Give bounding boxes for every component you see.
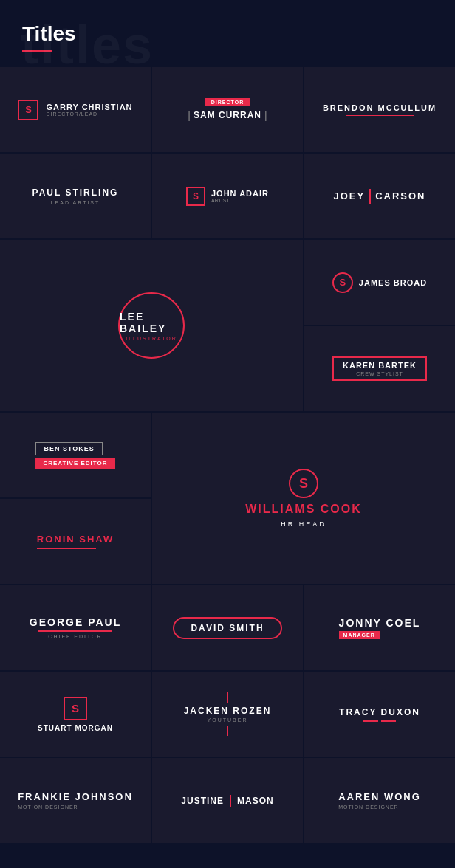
john-sub: ARTIST (211, 198, 269, 203)
card-paul[interactable]: PAUL STIRLING LEAD ARTIST (0, 154, 151, 238)
sam-director-tag: DIRECTOR (205, 98, 250, 106)
james-name: JAMES BROAD (359, 278, 427, 287)
brendon-line (346, 115, 414, 116)
jonny-tag: MANAGER (339, 631, 380, 639)
john-icon: S (186, 187, 205, 206)
aaren-sub: MOTION DESIGNER (338, 805, 399, 810)
card-jacken[interactable]: JACKEN ROZEN YOUTUBER (152, 672, 303, 757)
lee-sub: ILLUSTRATOR (126, 336, 177, 341)
justine-separator (230, 795, 231, 807)
ben-name: BEN STOKES (35, 442, 102, 455)
jacken-sub: YOUTUBER (208, 717, 248, 723)
sam-name: SAM CURRAN (194, 110, 261, 120)
james-icon: S (332, 272, 353, 293)
sam-bracket-left: | (188, 109, 191, 121)
tracy-lines (363, 720, 396, 722)
card-jonny[interactable]: JONNY COEL MANAGER (304, 585, 455, 670)
williams-sub: HR HEAD (281, 520, 326, 528)
garry-sub: DIRECTOR/LEAD (46, 111, 132, 117)
card-sam[interactable]: DIRECTOR | SAM CURRAN | (152, 67, 303, 152)
stuart-name: STUART MORGAN (38, 724, 113, 732)
card-frankie[interactable]: FRANKIE JOHNSON MOTION DESIGNER (0, 758, 151, 843)
card-ben[interactable]: BEN STOKES CREATIVE EDITOR (0, 413, 151, 497)
card-garry[interactable]: S GARRY CHRISTIAN DIRECTOR/LEAD (0, 67, 151, 152)
card-george[interactable]: GEORGE PAUL CHIEF EDITOR (0, 585, 151, 670)
titles-grid: S GARRY CHRISTIAN DIRECTOR/LEAD DIRECTOR… (0, 67, 455, 843)
williams-icon: S (289, 469, 318, 498)
card-joey[interactable]: JOEY CARSON (304, 154, 455, 238)
brendon-name: BRENDON MCCULLUM (323, 103, 437, 112)
page-header: titles Titles (0, 0, 455, 67)
card-karen[interactable]: KAREN BARTEK CREW STYLIST (304, 326, 455, 411)
garry-name: GARRY CHRISTIAN (46, 103, 132, 111)
ronin-line (37, 548, 96, 549)
card-lee[interactable]: LEE BAILEY ILLUSTRATOR (0, 240, 303, 411)
lee-name: LEE BAILEY (120, 311, 183, 334)
frankie-name: FRANKIE JOHNSON (18, 791, 133, 802)
joey-first: JOEY (333, 190, 365, 202)
karen-name: KAREN BARTEK (343, 361, 417, 370)
justine-first: JUSTINE (181, 796, 224, 806)
paul-name: PAUL STIRLING (32, 187, 119, 198)
karen-sub: CREW STYLIST (356, 371, 403, 376)
jacken-name: JACKEN ROZEN (184, 706, 272, 716)
garry-icon: S (18, 100, 38, 120)
card-stuart[interactable]: S STUART MORGAN (0, 672, 151, 757)
tracy-name: TRACY DUXON (339, 707, 420, 717)
page-title: Titles (22, 22, 433, 46)
card-john[interactable]: S JOHN ADAIR ARTIST (152, 154, 303, 238)
ronin-name: RONIN SHAW (37, 534, 114, 545)
joey-separator (369, 189, 371, 204)
jacken-line-bot (227, 726, 228, 736)
card-williams[interactable]: S WILLIAMS COOK HR HEAD (152, 413, 455, 584)
george-line (38, 630, 112, 632)
frankie-sub: MOTION DESIGNER (18, 805, 78, 810)
paul-sub: LEAD ARTIST (51, 200, 100, 205)
card-tracy[interactable]: TRACY DUXON (304, 672, 455, 757)
card-justine[interactable]: JUSTINE MASON (152, 758, 303, 843)
stuart-icon: S (64, 697, 87, 720)
justine-last: MASON (237, 796, 274, 806)
card-aaren[interactable]: AAREN WONG MOTION DESIGNER (304, 758, 455, 843)
joey-last: CARSON (375, 190, 425, 202)
jonny-name: JONNY COEL (339, 617, 421, 629)
aaren-name: AAREN WONG (338, 791, 421, 802)
george-sub: CHIEF EDITOR (48, 634, 102, 639)
card-brendon[interactable]: BRENDON MCCULLUM (304, 67, 455, 152)
card-david[interactable]: DAVID SMITH (152, 585, 303, 670)
sam-bracket-right: | (264, 109, 267, 121)
jacken-line-top (227, 692, 228, 703)
david-name: DAVID SMITH (173, 617, 281, 639)
card-ronin[interactable]: RONIN SHAW (0, 499, 151, 584)
john-name: JOHN ADAIR (211, 189, 269, 198)
ben-role: CREATIVE EDITOR (35, 458, 114, 469)
card-james[interactable]: S JAMES BROAD (304, 240, 455, 325)
george-name: GEORGE PAUL (30, 616, 121, 628)
williams-name: WILLIAMS COOK (245, 503, 362, 516)
